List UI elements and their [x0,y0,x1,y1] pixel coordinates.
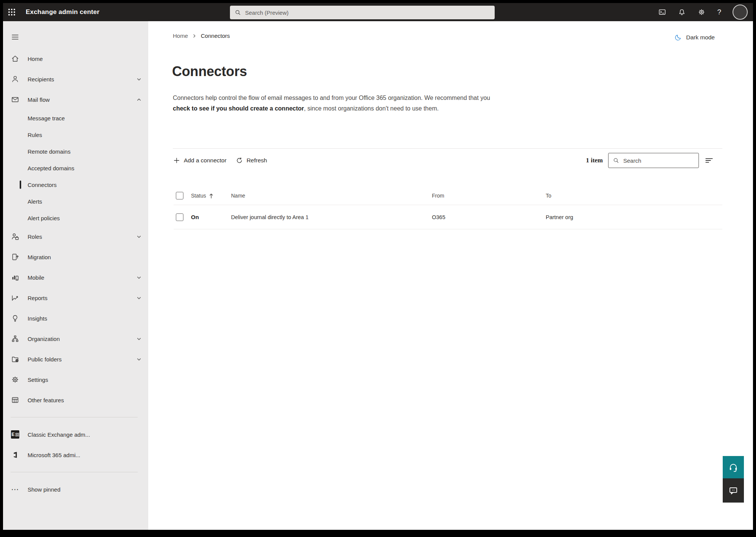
filter-icon [704,156,714,165]
create-connector-check-link[interactable]: check to see if you should create a conn… [173,105,304,112]
sidebar-item-other-features[interactable]: Other features [3,390,148,410]
app-title: Exchange admin center [26,8,99,16]
sidebar-item-alerts[interactable]: Alerts [3,193,148,210]
floating-buttons [723,456,744,503]
moon-icon [674,33,682,41]
hamburger-icon [11,33,20,42]
refresh-button[interactable]: Refresh [236,157,267,164]
sidebar-item-alert-policies[interactable]: Alert policies [3,210,148,226]
connectors-table: Status Name From To On Deliver journal d… [174,187,722,229]
sidebar-item-remote-domains[interactable]: Remote domains [3,143,148,160]
list-search-input[interactable] [623,157,694,164]
home-icon [11,54,20,63]
breadcrumb-current: Connectors [201,33,230,39]
bell-icon [678,8,686,16]
sidebar-item-classic-exchange-admin[interactable]: E Classic Exchange adm... [3,424,148,445]
cloud-shell-button[interactable] [658,8,666,16]
sidebar-item-show-pinned[interactable]: ⋯ Show pinned [3,479,148,500]
column-header-to: To [546,193,722,199]
account-avatar[interactable] [733,5,748,20]
headset-icon [728,462,739,473]
feedback-button[interactable] [723,478,744,503]
sidebar-item-insights[interactable]: Insights [3,308,148,328]
envelope-icon [11,95,20,104]
chevron-down-icon [137,77,141,82]
search-icon [613,157,619,164]
person-icon [11,75,20,84]
org-chart-icon [11,334,20,343]
main-content: Home Connectors Dark mode Connectors Con… [148,21,753,530]
selected-indicator [20,181,21,189]
document-arrow-icon [11,252,20,261]
support-button[interactable] [723,456,744,478]
chevron-up-icon [137,97,141,102]
sidebar-item-message-trace[interactable]: Message trace [3,110,148,126]
nav-collapse-button[interactable] [11,33,20,43]
sidebar-item-recipients[interactable]: Recipients [3,69,148,89]
body-row: Home Recipients Mail flow Message trace … [3,21,753,530]
sidebar-item-reports[interactable]: Reports [3,288,148,308]
sidebar-item-microsoft-365-admin[interactable]: Microsoft 365 admi... [3,445,148,465]
settings-gear-button[interactable] [697,8,706,16]
dark-mode-toggle[interactable]: Dark mode [674,33,715,41]
global-search-input[interactable] [245,9,490,16]
filter-button[interactable] [704,156,714,165]
terminal-icon [658,8,666,16]
row-name[interactable]: Deliver journal directly to Area 1 [231,214,432,220]
table-row[interactable]: On Deliver journal directly to Area 1 O3… [174,205,722,229]
sidebar-item-mobile[interactable]: Mobile [3,267,148,288]
sort-ascending-icon [209,193,214,199]
row-checkbox[interactable] [176,213,183,221]
add-connector-button[interactable]: Add a connector [173,157,227,164]
help-button[interactable]: ? [717,8,721,16]
description-text: , since most organizations don't need to… [304,105,439,112]
chevron-down-icon [137,336,141,341]
sidebar-item-settings[interactable]: Settings [3,369,148,390]
chat-bubble-icon [728,485,739,496]
column-header-status[interactable]: Status [191,193,231,199]
breadcrumb-home-link[interactable]: Home [173,33,188,39]
app-launcher-button[interactable] [3,3,20,21]
description-text: Connectors help control the flow of emai… [173,95,490,101]
nav-list: Home Recipients Mail flow Message trace … [3,48,148,500]
global-search-box[interactable] [230,6,495,19]
sidebar-item-accepted-domains[interactable]: Accepted domains [3,160,148,176]
sidebar-item-public-folders[interactable]: Public folders [3,349,148,369]
table-header-row: Status Name From To [174,187,722,205]
toolbar-divider [173,148,722,149]
chevron-down-icon [137,275,141,280]
folder-globe-icon [11,355,20,364]
topbar-actions: ? [658,3,748,21]
sidebar-item-migration[interactable]: Migration [3,247,148,267]
sidebar-item-organization[interactable]: Organization [3,328,148,349]
row-from: O365 [432,214,546,220]
sidebar-item-mail-flow[interactable]: Mail flow [3,89,148,110]
person-briefcase-icon [11,232,20,241]
exchange-admin-center: { "colors": { "teal_accent": "#0e8289", … [0,0,756,537]
list-search-box[interactable] [608,153,699,168]
chevron-down-icon [137,234,141,239]
chevron-right-icon [192,34,197,38]
sidebar-item-roles[interactable]: Roles [3,226,148,247]
sidebar-item-rules[interactable]: Rules [3,126,148,143]
left-nav: Home Recipients Mail flow Message trace … [3,21,148,530]
classic-exchange-icon: E [11,430,20,439]
sidebar-item-home[interactable]: Home [3,48,148,69]
column-header-from: From [432,193,546,199]
ellipsis-icon: ⋯ [11,485,20,494]
column-header-name: Name [231,193,432,199]
row-status: On [191,214,231,220]
waffle-icon [8,9,15,16]
microsoft-365-icon [11,450,20,459]
sidebar-item-connectors[interactable]: Connectors [3,176,148,193]
item-count: 1 item [586,157,603,164]
gear-icon [11,375,20,384]
notifications-button[interactable] [678,8,686,16]
add-connector-label: Add a connector [184,157,227,164]
breadcrumb: Home Connectors [173,33,230,39]
select-all-checkbox[interactable] [176,192,183,199]
line-chart-icon [11,293,20,302]
refresh-icon [236,157,243,164]
search-icon [234,9,241,16]
status-header-label: Status [191,193,206,199]
